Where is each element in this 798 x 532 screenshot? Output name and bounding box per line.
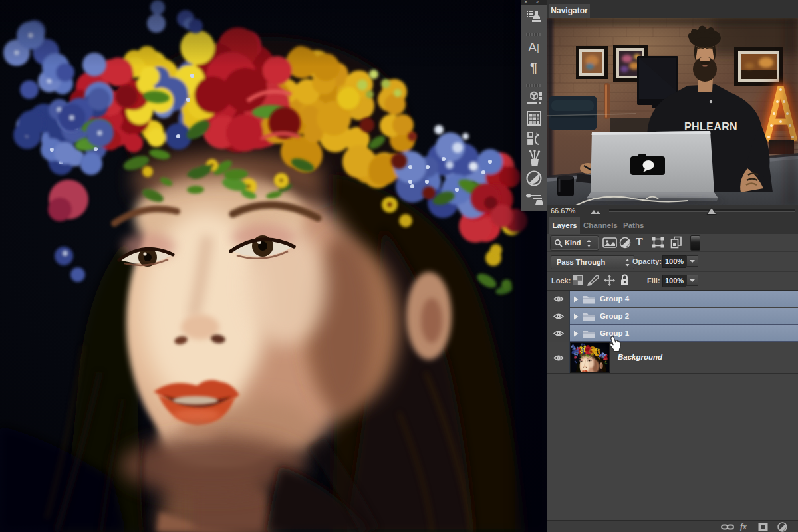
svg-text:PHLEARN: PHLEARN [684, 121, 737, 132]
